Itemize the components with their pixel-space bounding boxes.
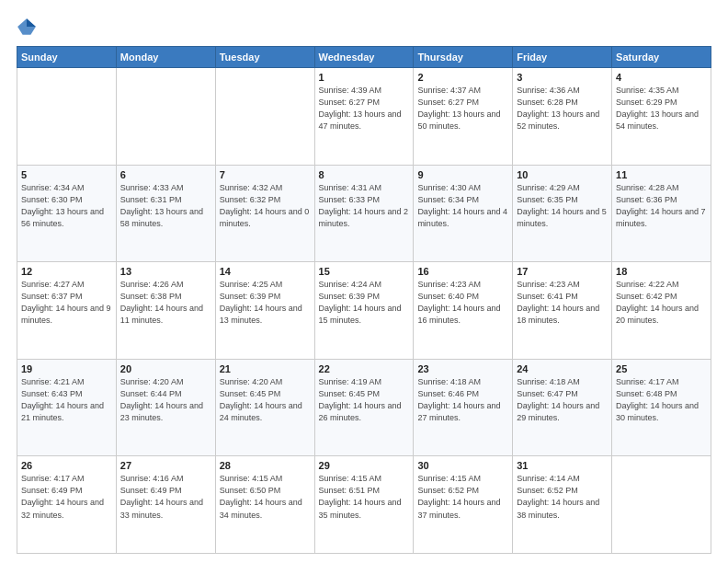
day-cell: 3Sunrise: 4:36 AMSunset: 6:28 PMDaylight…	[513, 68, 612, 166]
day-info: Sunrise: 4:18 AMSunset: 6:47 PMDaylight:…	[517, 376, 608, 424]
day-info: Sunrise: 4:36 AMSunset: 6:28 PMDaylight:…	[517, 85, 608, 132]
day-info: Sunrise: 4:25 AMSunset: 6:39 PMDaylight:…	[220, 279, 311, 327]
day-number: 21	[220, 363, 311, 374]
day-info: Sunrise: 4:29 AMSunset: 6:35 PMDaylight:…	[517, 182, 608, 230]
day-number: 23	[417, 363, 508, 374]
week-row-4: 19Sunrise: 4:21 AMSunset: 6:43 PMDayligh…	[17, 359, 711, 456]
day-cell: 21Sunrise: 4:20 AMSunset: 6:45 PMDayligh…	[215, 359, 314, 456]
col-header-tuesday: Tuesday	[215, 47, 314, 68]
day-info: Sunrise: 4:15 AMSunset: 6:52 PMDaylight:…	[417, 473, 508, 521]
header	[17, 17, 711, 37]
col-header-sunday: Sunday	[17, 47, 117, 68]
col-header-thursday: Thursday	[414, 47, 513, 68]
day-info: Sunrise: 4:39 AMSunset: 6:27 PMDaylight:…	[319, 85, 410, 132]
day-number: 1	[319, 72, 410, 83]
day-number: 16	[417, 266, 508, 277]
day-number: 6	[120, 169, 211, 180]
day-cell: 18Sunrise: 4:22 AMSunset: 6:42 PMDayligh…	[612, 262, 711, 360]
day-info: Sunrise: 4:18 AMSunset: 6:46 PMDaylight:…	[417, 376, 508, 424]
day-cell: 27Sunrise: 4:16 AMSunset: 6:49 PMDayligh…	[116, 456, 215, 554]
day-cell: 22Sunrise: 4:19 AMSunset: 6:45 PMDayligh…	[314, 359, 414, 456]
day-number: 19	[21, 363, 112, 374]
day-info: Sunrise: 4:17 AMSunset: 6:49 PMDaylight:…	[21, 473, 112, 521]
day-cell: 13Sunrise: 4:26 AMSunset: 6:38 PMDayligh…	[116, 262, 215, 360]
day-number: 13	[120, 266, 211, 277]
day-cell: 16Sunrise: 4:23 AMSunset: 6:40 PMDayligh…	[414, 262, 513, 360]
day-number: 4	[616, 72, 707, 83]
day-info: Sunrise: 4:27 AMSunset: 6:37 PMDaylight:…	[21, 279, 112, 327]
day-number: 5	[21, 169, 112, 180]
day-number: 17	[517, 266, 608, 277]
day-number: 7	[220, 169, 311, 180]
svg-marker-1	[27, 18, 36, 27]
page: SundayMondayTuesdayWednesdayThursdayFrid…	[0, 0, 728, 563]
day-cell: 14Sunrise: 4:25 AMSunset: 6:39 PMDayligh…	[215, 262, 314, 360]
day-cell	[215, 68, 314, 166]
day-number: 20	[120, 363, 211, 374]
day-cell: 15Sunrise: 4:24 AMSunset: 6:39 PMDayligh…	[314, 262, 414, 360]
day-number: 22	[319, 363, 410, 374]
week-row-5: 26Sunrise: 4:17 AMSunset: 6:49 PMDayligh…	[17, 456, 711, 554]
day-cell: 5Sunrise: 4:34 AMSunset: 6:30 PMDaylight…	[17, 165, 117, 262]
day-info: Sunrise: 4:21 AMSunset: 6:43 PMDaylight:…	[21, 376, 112, 424]
logo-icon	[17, 17, 37, 37]
day-info: Sunrise: 4:22 AMSunset: 6:42 PMDaylight:…	[616, 279, 707, 327]
day-cell	[17, 68, 117, 166]
logo	[17, 17, 40, 37]
day-number: 27	[120, 460, 211, 471]
day-info: Sunrise: 4:15 AMSunset: 6:50 PMDaylight:…	[220, 473, 311, 521]
day-info: Sunrise: 4:20 AMSunset: 6:44 PMDaylight:…	[120, 376, 211, 424]
day-number: 8	[319, 169, 410, 180]
day-number: 12	[21, 266, 112, 277]
day-number: 15	[319, 266, 410, 277]
day-info: Sunrise: 4:37 AMSunset: 6:27 PMDaylight:…	[417, 85, 508, 132]
day-cell: 28Sunrise: 4:15 AMSunset: 6:50 PMDayligh…	[215, 456, 314, 554]
day-info: Sunrise: 4:35 AMSunset: 6:29 PMDaylight:…	[616, 85, 707, 132]
day-number: 10	[517, 169, 608, 180]
day-info: Sunrise: 4:16 AMSunset: 6:49 PMDaylight:…	[120, 473, 211, 521]
day-info: Sunrise: 4:23 AMSunset: 6:40 PMDaylight:…	[417, 279, 508, 327]
day-cell: 24Sunrise: 4:18 AMSunset: 6:47 PMDayligh…	[513, 359, 612, 456]
day-cell: 6Sunrise: 4:33 AMSunset: 6:31 PMDaylight…	[116, 165, 215, 262]
day-cell: 11Sunrise: 4:28 AMSunset: 6:36 PMDayligh…	[612, 165, 711, 262]
day-cell: 30Sunrise: 4:15 AMSunset: 6:52 PMDayligh…	[414, 456, 513, 554]
day-cell: 26Sunrise: 4:17 AMSunset: 6:49 PMDayligh…	[17, 456, 117, 554]
day-info: Sunrise: 4:32 AMSunset: 6:32 PMDaylight:…	[220, 182, 311, 230]
calendar-table: SundayMondayTuesdayWednesdayThursdayFrid…	[17, 46, 711, 554]
day-number: 11	[616, 169, 707, 180]
day-info: Sunrise: 4:19 AMSunset: 6:45 PMDaylight:…	[319, 376, 410, 424]
day-info: Sunrise: 4:30 AMSunset: 6:34 PMDaylight:…	[417, 182, 508, 230]
week-row-2: 5Sunrise: 4:34 AMSunset: 6:30 PMDaylight…	[17, 165, 711, 262]
day-number: 30	[417, 460, 508, 471]
day-info: Sunrise: 4:14 AMSunset: 6:52 PMDaylight:…	[517, 473, 608, 521]
day-number: 9	[417, 169, 508, 180]
day-cell: 29Sunrise: 4:15 AMSunset: 6:51 PMDayligh…	[314, 456, 414, 554]
day-cell	[116, 68, 215, 166]
day-number: 26	[21, 460, 112, 471]
day-info: Sunrise: 4:23 AMSunset: 6:41 PMDaylight:…	[517, 279, 608, 327]
day-info: Sunrise: 4:17 AMSunset: 6:48 PMDaylight:…	[616, 376, 707, 424]
col-header-friday: Friday	[513, 47, 612, 68]
day-info: Sunrise: 4:26 AMSunset: 6:38 PMDaylight:…	[120, 279, 211, 327]
day-number: 29	[319, 460, 410, 471]
day-info: Sunrise: 4:33 AMSunset: 6:31 PMDaylight:…	[120, 182, 211, 230]
day-number: 24	[517, 363, 608, 374]
day-number: 31	[517, 460, 608, 471]
day-cell: 12Sunrise: 4:27 AMSunset: 6:37 PMDayligh…	[17, 262, 117, 360]
day-number: 18	[616, 266, 707, 277]
day-info: Sunrise: 4:34 AMSunset: 6:30 PMDaylight:…	[21, 182, 112, 230]
day-info: Sunrise: 4:15 AMSunset: 6:51 PMDaylight:…	[319, 473, 410, 521]
day-cell: 7Sunrise: 4:32 AMSunset: 6:32 PMDaylight…	[215, 165, 314, 262]
day-number: 25	[616, 363, 707, 374]
day-cell: 10Sunrise: 4:29 AMSunset: 6:35 PMDayligh…	[513, 165, 612, 262]
day-cell: 8Sunrise: 4:31 AMSunset: 6:33 PMDaylight…	[314, 165, 414, 262]
day-number: 3	[517, 72, 608, 83]
day-cell: 17Sunrise: 4:23 AMSunset: 6:41 PMDayligh…	[513, 262, 612, 360]
calendar-header-row: SundayMondayTuesdayWednesdayThursdayFrid…	[17, 47, 711, 68]
day-cell: 20Sunrise: 4:20 AMSunset: 6:44 PMDayligh…	[116, 359, 215, 456]
day-number: 14	[220, 266, 311, 277]
day-cell: 31Sunrise: 4:14 AMSunset: 6:52 PMDayligh…	[513, 456, 612, 554]
day-cell: 9Sunrise: 4:30 AMSunset: 6:34 PMDaylight…	[414, 165, 513, 262]
day-cell: 25Sunrise: 4:17 AMSunset: 6:48 PMDayligh…	[612, 359, 711, 456]
day-number: 28	[220, 460, 311, 471]
